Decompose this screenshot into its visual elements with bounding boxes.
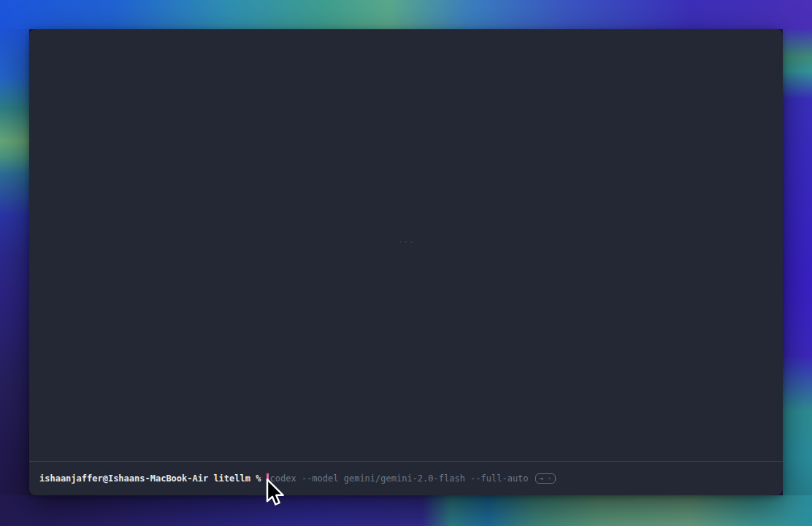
accept-suggestion-hint-badge: → · xyxy=(535,473,556,484)
wallpaper-bottom-band xyxy=(0,495,812,526)
wallpaper-top-band xyxy=(0,0,812,29)
prompt-user-host: ishaanjaffer@Ishaans-MacBook-Air xyxy=(39,473,208,484)
text-cursor xyxy=(267,473,269,484)
wallpaper-left-band xyxy=(0,29,29,495)
desktop: ... ishaanjaffer@Ishaans-MacBook-Air lit… xyxy=(0,0,812,526)
loading-ellipsis: ... xyxy=(398,235,415,245)
prompt-directory: litellm xyxy=(213,473,250,484)
terminal-window[interactable]: ... ishaanjaffer@Ishaans-MacBook-Air lit… xyxy=(29,29,783,495)
terminal-output-area[interactable]: ... xyxy=(29,29,783,461)
command-prompt[interactable]: ishaanjaffer@Ishaans-MacBook-Air litellm… xyxy=(39,473,775,484)
prompt-separator xyxy=(29,461,783,462)
wallpaper-right-band xyxy=(783,29,812,495)
autosuggestion-text: codex --model gemini/gemini-2.0-flash --… xyxy=(270,473,529,484)
prompt-symbol: % xyxy=(256,473,261,484)
